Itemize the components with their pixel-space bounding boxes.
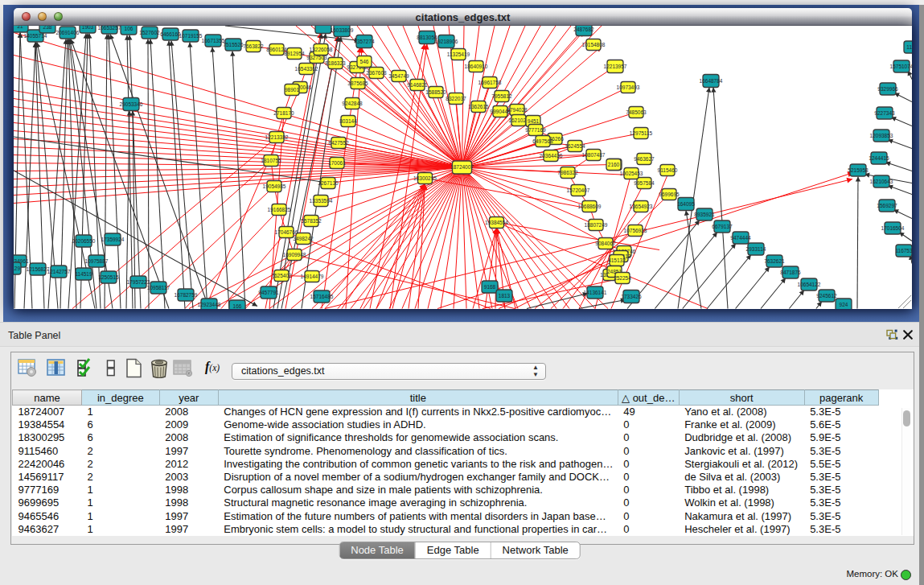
svg-text:10807487: 10807487 [582, 151, 606, 157]
svg-text:7625402: 7625402 [271, 272, 292, 278]
svg-text:16648784: 16648784 [700, 77, 723, 83]
svg-text:9146821: 9146821 [407, 81, 428, 87]
svg-text:12142757: 12142757 [47, 268, 71, 274]
svg-text:7663822: 7663822 [243, 43, 264, 48]
svg-text:238: 238 [43, 26, 52, 30]
svg-text:9957584: 9957584 [634, 179, 655, 185]
svg-text:12093853: 12093853 [870, 132, 893, 138]
svg-text:98901: 98901 [285, 86, 299, 92]
svg-text:1588520: 1588520 [425, 89, 446, 94]
svg-text:18640910: 18640910 [465, 63, 488, 68]
svg-text:12923448: 12923448 [198, 301, 221, 307]
svg-text:10025453: 10025453 [620, 170, 643, 175]
svg-text:15716485: 15716485 [310, 293, 334, 299]
svg-text:12213382: 12213382 [265, 134, 289, 139]
svg-text:3498242: 3498242 [293, 235, 314, 241]
svg-text:10719155: 10719155 [179, 32, 203, 38]
svg-text:10756928: 10756928 [624, 227, 647, 233]
svg-text:252254: 252254 [614, 274, 631, 280]
svg-text:5215958: 5215958 [848, 167, 869, 172]
svg-text:19218906: 19218906 [435, 38, 458, 43]
svg-text:20364436: 20364436 [540, 152, 563, 158]
svg-text:415132: 415132 [608, 257, 626, 262]
svg-text:8322037: 8322037 [446, 95, 466, 101]
svg-text:14914479: 14914479 [301, 273, 324, 278]
svg-text:19166825: 19166825 [268, 206, 291, 212]
svg-text:114519: 114519 [75, 270, 92, 276]
svg-text:7955812: 7955812 [491, 93, 512, 98]
svg-text:10688609: 10688609 [578, 203, 602, 208]
svg-text:9242848: 9242848 [342, 100, 363, 105]
svg-text:9115460: 9115460 [658, 167, 678, 172]
svg-text:16671355: 16671355 [202, 37, 225, 43]
svg-text:10975887: 10975887 [85, 257, 109, 263]
svg-text:18807249: 18807249 [585, 221, 608, 227]
svg-text:17016504: 17016504 [881, 225, 905, 230]
svg-text:2160: 2160 [608, 161, 620, 167]
svg-text:19384554: 19384554 [485, 219, 508, 225]
svg-text:116753: 116753 [895, 247, 912, 253]
svg-text:7986322: 7986322 [557, 169, 578, 175]
svg-text:17359924: 17359924 [101, 236, 125, 241]
svg-text:10654122: 10654122 [798, 281, 821, 286]
svg-text:3267130: 3267130 [318, 179, 339, 185]
svg-text:19054985: 19054985 [263, 183, 286, 188]
svg-text:9329966: 9329966 [877, 85, 898, 91]
svg-text:13654923: 13654923 [630, 203, 653, 208]
svg-text:12213957: 12213957 [604, 63, 627, 68]
svg-text:16909948: 16909948 [283, 251, 306, 257]
svg-text:924: 924 [840, 301, 848, 307]
svg-text:16782759: 16782759 [175, 291, 198, 297]
svg-text:164095: 164095 [677, 200, 695, 206]
svg-text:9084067: 9084067 [595, 240, 616, 245]
svg-text:7515526: 7515526 [223, 41, 244, 47]
svg-text:8427552: 8427552 [328, 139, 349, 145]
svg-text:170061: 170061 [328, 159, 346, 165]
svg-text:12156827: 12156827 [27, 266, 50, 271]
svg-text:20691406: 20691406 [56, 29, 80, 35]
svg-text:18300295: 18300295 [413, 175, 437, 180]
svg-text:14136141: 14136141 [584, 289, 607, 295]
svg-text:1569297: 1569297 [877, 202, 897, 208]
svg-text:9457791: 9457791 [258, 289, 279, 295]
svg-text:3875685: 3875685 [347, 80, 368, 85]
svg-text:20206550: 20206550 [72, 237, 96, 243]
svg-text:166: 166 [233, 303, 242, 308]
svg-text:17046766: 17046766 [275, 229, 298, 234]
svg-text:10653257: 10653257 [98, 26, 121, 31]
svg-text:106: 106 [125, 26, 133, 31]
svg-text:13226058: 13226058 [310, 46, 333, 51]
svg-text:39129: 39129 [14, 265, 20, 270]
svg-text:1527602: 1527602 [139, 29, 160, 35]
svg-text:546: 546 [360, 58, 369, 64]
svg-text:9168: 9168 [484, 283, 496, 289]
svg-text:6497568: 6497568 [532, 138, 553, 143]
svg-text:5578352: 5578352 [301, 217, 322, 223]
svg-text:14055714: 14055714 [24, 32, 47, 38]
svg-text:21: 21 [17, 26, 23, 29]
svg-text:15720407: 15720407 [567, 187, 590, 192]
svg-text:10154808: 10154808 [582, 41, 606, 47]
svg-text:1733426: 1733426 [621, 293, 642, 299]
svg-text:3624554: 3624554 [565, 142, 585, 148]
svg-text:16210643: 16210643 [870, 178, 893, 183]
svg-text:11325419: 11325419 [447, 51, 470, 56]
svg-text:1813: 1813 [499, 292, 511, 298]
svg-text:8471876: 8471876 [780, 269, 801, 274]
svg-text:8186323: 8186323 [325, 60, 346, 65]
svg-text:1810755: 1810755 [261, 157, 281, 163]
svg-text:17957223: 17957223 [127, 278, 150, 284]
svg-text:3454749: 3454749 [388, 72, 409, 78]
svg-text:2718170: 2718170 [273, 109, 294, 115]
svg-text:9777169: 9777169 [525, 126, 546, 132]
svg-text:1250515: 1250515 [98, 274, 119, 279]
svg-text:7357274: 7357274 [354, 38, 375, 43]
svg-text:8912954: 8912954 [284, 50, 305, 56]
svg-text:16961758: 16961758 [478, 79, 502, 84]
svg-text:15751074: 15751074 [890, 63, 912, 68]
svg-text:1903: 1903 [82, 26, 94, 30]
svg-text:7485063: 7485063 [626, 109, 647, 114]
svg-text:2933114: 2933114 [746, 245, 766, 251]
svg-text:9227343: 9227343 [874, 109, 895, 115]
svg-text:18724007: 18724007 [450, 164, 474, 170]
